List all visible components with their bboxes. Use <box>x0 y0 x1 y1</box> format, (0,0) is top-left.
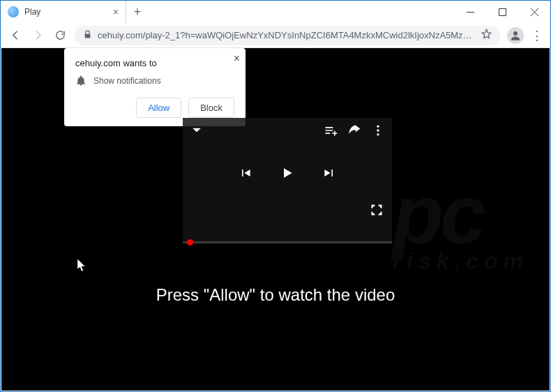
address-bar[interactable]: cehuiy.com/play-2_1?h=waWQiOjEwNzYxNDYsI… <box>75 26 500 45</box>
chevron-down-icon[interactable] <box>190 123 204 137</box>
fullscreen-icon[interactable] <box>370 203 384 217</box>
more-icon[interactable] <box>371 123 385 137</box>
browser-menu-button[interactable]: ⋮ <box>531 29 543 42</box>
minimize-button[interactable] <box>454 1 486 23</box>
cta-text: Press "Allow" to watch the video <box>1 285 550 305</box>
svg-point-3 <box>377 129 379 131</box>
progress-bar[interactable] <box>183 241 392 243</box>
browser-tab[interactable]: Play × <box>1 1 126 23</box>
tab-title: Play <box>24 7 107 17</box>
play-icon[interactable] <box>280 166 294 180</box>
reload-button[interactable] <box>52 28 68 43</box>
lock-icon <box>83 29 92 42</box>
browser-toolbar: cehuiy.com/play-2_1?h=waWQiOjEwNzYxNDYsI… <box>1 23 550 48</box>
share-icon[interactable] <box>347 123 361 137</box>
permission-title: cehuiy.com wants to <box>75 58 234 68</box>
svg-point-4 <box>377 133 379 135</box>
bookmark-star-icon[interactable] <box>481 29 492 42</box>
skip-next-icon[interactable] <box>322 166 336 180</box>
video-player[interactable] <box>183 118 392 243</box>
permission-line: Show notifications <box>93 76 161 86</box>
page-content: pc risk.com × cehuiy.com wants to Show n… <box>1 48 550 391</box>
titlebar: Play × + <box>1 1 550 23</box>
notification-permission-dialog: × cehuiy.com wants to Show notifications… <box>64 48 246 126</box>
tab-favicon <box>8 6 19 17</box>
window-controls <box>454 1 550 23</box>
forward-button[interactable] <box>30 28 45 43</box>
block-button[interactable]: Block <box>188 98 234 118</box>
watermark: pc risk.com <box>392 165 529 273</box>
maximize-button[interactable] <box>486 1 518 23</box>
back-button[interactable] <box>8 28 23 43</box>
close-window-button[interactable] <box>518 1 550 23</box>
close-icon[interactable]: × <box>234 52 240 65</box>
allow-button[interactable]: Allow <box>136 98 181 118</box>
playlist-add-icon[interactable] <box>324 123 338 137</box>
profile-avatar[interactable] <box>507 27 524 44</box>
mouse-cursor-icon <box>77 259 86 276</box>
new-tab-button[interactable]: + <box>126 1 149 23</box>
url-text: cehuiy.com/play-2_1?h=waWQiOjEwNzYxNDYsI… <box>98 30 476 40</box>
svg-rect-0 <box>499 8 506 15</box>
close-tab-icon[interactable]: × <box>113 6 119 17</box>
bell-icon <box>75 75 86 86</box>
skip-previous-icon[interactable] <box>239 166 252 180</box>
svg-point-1 <box>513 31 518 36</box>
progress-handle[interactable] <box>187 239 193 246</box>
svg-point-2 <box>377 126 379 128</box>
